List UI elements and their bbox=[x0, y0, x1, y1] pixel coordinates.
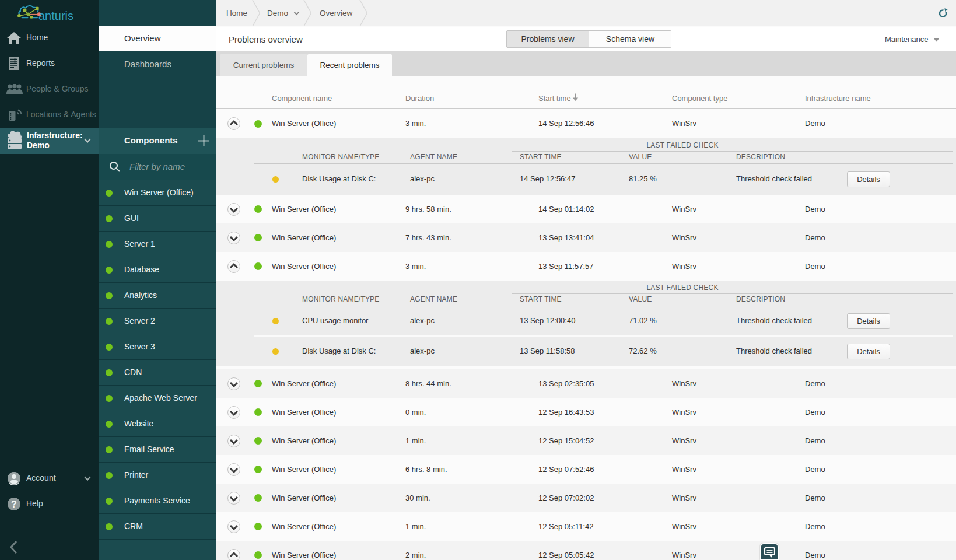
svg-text:?: ? bbox=[11, 499, 17, 509]
svg-text:anturis: anturis bbox=[38, 9, 73, 22]
